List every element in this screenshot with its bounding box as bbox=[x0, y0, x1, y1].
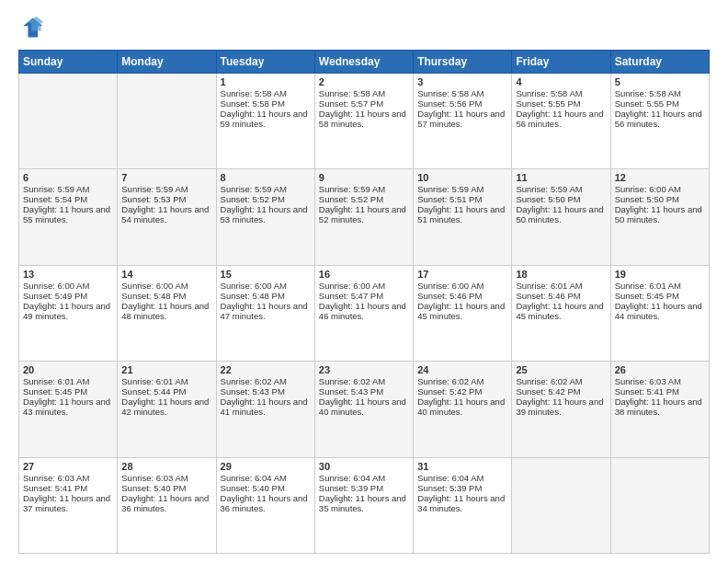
cell-info-line: Daylight: 11 hours and 55 minutes. bbox=[23, 204, 113, 224]
cell-info-line: Sunset: 5:43 PM bbox=[221, 386, 311, 396]
cell-info-line: Sunrise: 5:59 AM bbox=[221, 184, 311, 194]
day-number: 25 bbox=[516, 364, 606, 375]
weekday-header-sunday: Sunday bbox=[19, 51, 118, 74]
day-number: 9 bbox=[319, 172, 409, 183]
week-row-4: 20Sunrise: 6:01 AMSunset: 5:45 PMDayligh… bbox=[19, 362, 710, 457]
cell-info-line: Sunset: 5:46 PM bbox=[417, 291, 507, 301]
cell-info-line: Sunset: 5:42 PM bbox=[516, 386, 606, 396]
cell-info-line: Sunrise: 6:00 AM bbox=[319, 281, 409, 291]
cell-info-line: Sunset: 5:48 PM bbox=[121, 291, 211, 301]
cell-info-line: Sunrise: 5:59 AM bbox=[23, 184, 113, 194]
day-number: 10 bbox=[417, 172, 507, 183]
calendar-cell bbox=[19, 74, 118, 169]
cell-info-line: Sunrise: 6:02 AM bbox=[221, 376, 311, 386]
cell-info-line: Daylight: 11 hours and 59 minutes. bbox=[221, 109, 311, 129]
calendar-table: SundayMondayTuesdayWednesdayThursdayFrid… bbox=[18, 50, 710, 554]
day-number: 14 bbox=[121, 269, 211, 280]
calendar-cell: 27Sunrise: 6:03 AMSunset: 5:41 PMDayligh… bbox=[19, 457, 118, 553]
calendar-cell: 13Sunrise: 6:00 AMSunset: 5:49 PMDayligh… bbox=[19, 265, 118, 361]
day-number: 20 bbox=[23, 364, 113, 375]
calendar-cell: 18Sunrise: 6:01 AMSunset: 5:46 PMDayligh… bbox=[512, 265, 610, 361]
day-number: 27 bbox=[23, 461, 113, 472]
day-number: 4 bbox=[516, 76, 606, 87]
cell-info-line: Daylight: 11 hours and 56 minutes. bbox=[615, 109, 705, 129]
calendar-cell: 10Sunrise: 5:59 AMSunset: 5:51 PMDayligh… bbox=[414, 169, 512, 265]
calendar-cell: 12Sunrise: 6:00 AMSunset: 5:50 PMDayligh… bbox=[610, 169, 709, 265]
cell-info-line: Sunset: 5:45 PM bbox=[615, 291, 705, 301]
calendar-cell bbox=[610, 457, 709, 553]
cell-info-line: Sunset: 5:55 PM bbox=[516, 98, 606, 109]
cell-info-line: Daylight: 11 hours and 43 minutes. bbox=[23, 396, 113, 417]
cell-info-line: Sunrise: 6:01 AM bbox=[615, 281, 705, 291]
calendar-cell: 9Sunrise: 5:59 AMSunset: 5:52 PMDaylight… bbox=[314, 169, 413, 265]
cell-info-line: Sunset: 5:53 PM bbox=[121, 194, 211, 204]
weekday-header-saturday: Saturday bbox=[610, 51, 709, 74]
cell-info-line: Daylight: 11 hours and 50 minutes. bbox=[516, 204, 606, 224]
weekday-header-friday: Friday bbox=[512, 51, 610, 74]
cell-info-line: Sunrise: 6:04 AM bbox=[417, 473, 507, 483]
cell-info-line: Sunrise: 5:58 AM bbox=[221, 88, 311, 98]
calendar-cell bbox=[118, 74, 216, 169]
cell-info-line: Daylight: 11 hours and 52 minutes. bbox=[319, 204, 409, 224]
calendar-cell: 20Sunrise: 6:01 AMSunset: 5:45 PMDayligh… bbox=[19, 362, 118, 457]
cell-info-line: Sunrise: 6:00 AM bbox=[417, 281, 507, 291]
cell-info-line: Daylight: 11 hours and 58 minutes. bbox=[319, 109, 409, 129]
day-number: 24 bbox=[417, 364, 507, 375]
cell-info-line: Sunset: 5:49 PM bbox=[23, 291, 113, 301]
cell-info-line: Daylight: 11 hours and 38 minutes. bbox=[615, 396, 705, 417]
calendar-cell: 21Sunrise: 6:01 AMSunset: 5:44 PMDayligh… bbox=[118, 362, 216, 457]
day-number: 18 bbox=[516, 269, 606, 280]
cell-info-line: Daylight: 11 hours and 53 minutes. bbox=[221, 204, 311, 224]
logo-icon bbox=[18, 15, 44, 40]
cell-info-line: Sunset: 5:56 PM bbox=[417, 98, 507, 109]
cell-info-line: Sunrise: 5:59 AM bbox=[516, 184, 606, 194]
calendar-cell: 17Sunrise: 6:00 AMSunset: 5:46 PMDayligh… bbox=[414, 265, 512, 361]
cell-info-line: Sunset: 5:39 PM bbox=[319, 483, 409, 493]
cell-info-line: Sunrise: 5:59 AM bbox=[121, 184, 211, 194]
cell-info-line: Sunrise: 5:58 AM bbox=[417, 88, 507, 98]
day-number: 12 bbox=[615, 172, 705, 183]
cell-info-line: Sunset: 5:40 PM bbox=[221, 483, 311, 493]
cell-info-line: Daylight: 11 hours and 45 minutes. bbox=[516, 301, 606, 321]
calendar-cell bbox=[512, 457, 610, 553]
calendar-cell: 14Sunrise: 6:00 AMSunset: 5:48 PMDayligh… bbox=[118, 265, 216, 361]
week-row-1: 1Sunrise: 5:58 AMSunset: 5:58 PMDaylight… bbox=[19, 74, 710, 169]
day-number: 30 bbox=[319, 461, 409, 472]
day-number: 7 bbox=[121, 172, 211, 183]
calendar-cell: 22Sunrise: 6:02 AMSunset: 5:43 PMDayligh… bbox=[216, 362, 314, 457]
cell-info-line: Daylight: 11 hours and 34 minutes. bbox=[417, 493, 507, 513]
cell-info-line: Sunset: 5:50 PM bbox=[615, 194, 705, 204]
cell-info-line: Daylight: 11 hours and 40 minutes. bbox=[319, 396, 409, 417]
cell-info-line: Daylight: 11 hours and 44 minutes. bbox=[615, 301, 705, 321]
cell-info-line: Sunrise: 5:58 AM bbox=[319, 88, 409, 98]
cell-info-line: Sunrise: 6:00 AM bbox=[221, 281, 311, 291]
cell-info-line: Daylight: 11 hours and 37 minutes. bbox=[23, 493, 113, 513]
page: SundayMondayTuesdayWednesdayThursdayFrid… bbox=[0, 0, 728, 563]
cell-info-line: Sunrise: 6:01 AM bbox=[23, 376, 113, 386]
cell-info-line: Sunset: 5:44 PM bbox=[121, 386, 211, 396]
cell-info-line: Daylight: 11 hours and 42 minutes. bbox=[121, 396, 211, 417]
weekday-header-monday: Monday bbox=[118, 51, 216, 74]
calendar-cell: 1Sunrise: 5:58 AMSunset: 5:58 PMDaylight… bbox=[216, 74, 314, 169]
calendar-cell: 2Sunrise: 5:58 AMSunset: 5:57 PMDaylight… bbox=[314, 74, 413, 169]
cell-info-line: Daylight: 11 hours and 47 minutes. bbox=[221, 301, 311, 321]
header bbox=[18, 15, 710, 40]
cell-info-line: Sunrise: 6:00 AM bbox=[121, 281, 211, 291]
cell-info-line: Sunrise: 5:58 AM bbox=[615, 88, 705, 98]
cell-info-line: Sunset: 5:46 PM bbox=[516, 291, 606, 301]
day-number: 26 bbox=[615, 364, 705, 375]
day-number: 15 bbox=[221, 269, 311, 280]
cell-info-line: Sunset: 5:55 PM bbox=[615, 98, 705, 109]
weekday-header-tuesday: Tuesday bbox=[216, 51, 314, 74]
cell-info-line: Daylight: 11 hours and 57 minutes. bbox=[417, 109, 507, 129]
day-number: 28 bbox=[121, 461, 211, 472]
cell-info-line: Sunrise: 6:03 AM bbox=[121, 473, 211, 483]
calendar-cell: 8Sunrise: 5:59 AMSunset: 5:52 PMDaylight… bbox=[216, 169, 314, 265]
cell-info-line: Sunset: 5:50 PM bbox=[516, 194, 606, 204]
cell-info-line: Sunrise: 5:59 AM bbox=[319, 184, 409, 194]
cell-info-line: Sunset: 5:51 PM bbox=[417, 194, 507, 204]
day-number: 3 bbox=[417, 76, 507, 87]
day-number: 17 bbox=[417, 269, 507, 280]
cell-info-line: Daylight: 11 hours and 54 minutes. bbox=[121, 204, 211, 224]
calendar-cell: 30Sunrise: 6:04 AMSunset: 5:39 PMDayligh… bbox=[314, 457, 413, 553]
